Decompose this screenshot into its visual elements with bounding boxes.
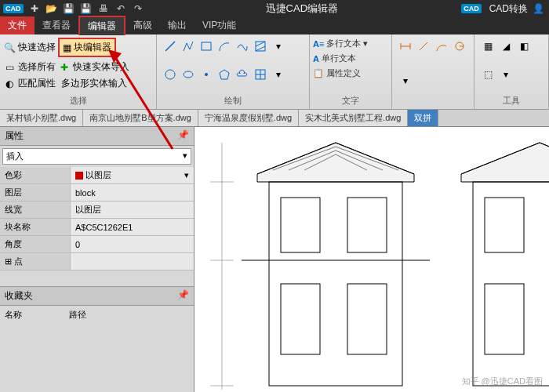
tab-editor[interactable]: 编辑器	[78, 16, 125, 35]
dim2-icon[interactable]	[415, 38, 432, 55]
circle-icon[interactable]	[162, 66, 179, 83]
match-props-button[interactable]: 匹配属性	[18, 77, 56, 90]
group-label-tools: 工具	[478, 94, 545, 107]
attrdef-button[interactable]: 📋属性定义	[313, 66, 388, 81]
doc-tab[interactable]: 实木北美式别墅工程.dwg	[299, 110, 408, 126]
document-tabs: 某村镇小别墅.dwg 南京山地别墅B型方案.dwg 宁海温泉度假别墅.dwg 实…	[0, 110, 549, 127]
spline-icon[interactable]	[234, 38, 251, 55]
multitext-button[interactable]: A≡多行文本▾	[313, 36, 388, 51]
ribbon-group-text: A≡多行文本▾ A单行文本 📋属性定义 文字	[310, 34, 392, 109]
tool3-icon[interactable]: ◧	[515, 38, 533, 55]
tab-output[interactable]: 输出	[160, 16, 195, 34]
select-all-icon: ▭	[3, 61, 16, 74]
table-row: ⊞ 点	[0, 253, 194, 270]
prop-lineweight[interactable]: 以图层	[71, 201, 194, 218]
group-label-text: 文字	[313, 94, 388, 107]
dim-icon[interactable]	[397, 38, 414, 55]
title-bar: CAD ✚ 📂 💾 💾 🖶 ↶ ↷ 迅捷CAD编辑器 CAD CAD转换 👤	[0, 0, 549, 17]
col-path: 路径	[69, 309, 86, 321]
save-icon[interactable]: 💾	[61, 2, 77, 16]
open-icon[interactable]: 📂	[44, 2, 60, 16]
tab-viewer[interactable]: 查看器	[35, 16, 78, 34]
app-logo: CAD	[3, 4, 24, 13]
polygon-input-button[interactable]: 多边形实体输入	[61, 77, 127, 90]
select-all-button[interactable]: 选择所有	[18, 60, 56, 74]
ribbon: 🔍快速选择 ▦块编辑器 ▭选择所有 ✚快速实体导入 ◐匹配属性 多边形实体输入 …	[0, 34, 549, 110]
svg-rect-2	[256, 42, 265, 51]
table-row: 图层block	[0, 184, 194, 201]
svg-rect-1	[202, 42, 211, 50]
drawing-canvas[interactable]: 知乎 @迅捷CAD看图	[195, 127, 549, 392]
color-swatch-icon	[75, 172, 83, 180]
svg-point-5	[165, 70, 175, 79]
line-icon[interactable]	[162, 38, 179, 55]
table-row: 线宽以图层	[0, 201, 194, 219]
undo-icon[interactable]: ↶	[113, 2, 129, 16]
svg-marker-8	[220, 70, 229, 79]
chevron-down-icon[interactable]: ▾	[270, 66, 287, 83]
svg-rect-29	[347, 198, 387, 252]
cloud-icon[interactable]	[234, 66, 251, 83]
svg-rect-39	[485, 284, 524, 354]
svg-marker-18	[257, 143, 414, 182]
ribbon-group-dim: ▾	[392, 34, 474, 109]
doc-tab[interactable]: 双拼	[408, 110, 438, 126]
block-editor-icon: ▦	[63, 42, 71, 53]
tool1-icon[interactable]: ▦	[479, 38, 496, 55]
svg-line-0	[165, 42, 175, 51]
doc-tab[interactable]: 宁海温泉度假别墅.dwg	[198, 110, 299, 126]
arc-icon[interactable]	[216, 38, 233, 55]
convert-button[interactable]: CAD转换	[489, 2, 528, 16]
block-editor-button[interactable]: ▦块编辑器	[58, 38, 116, 57]
dim3-icon[interactable]	[433, 38, 450, 55]
menu-bar: 文件 查看器 编辑器 高级 输出 VIP功能	[0, 17, 549, 34]
hatch-icon[interactable]	[252, 38, 269, 55]
drawing-content	[195, 127, 549, 392]
svg-point-7	[205, 73, 208, 76]
doc-tab[interactable]: 南京山地别墅B型方案.dwg	[83, 110, 198, 126]
chevron-down-icon[interactable]: ▾	[270, 38, 287, 55]
quick-import-button[interactable]: 快速实体导入	[73, 60, 129, 74]
prop-angle[interactable]: 0	[71, 236, 194, 252]
saveas-icon[interactable]: 💾	[78, 2, 94, 16]
tool5-icon[interactable]: ▾	[497, 66, 514, 83]
table-row: 块名称A$C5C1262E1	[0, 219, 194, 236]
insert-dropdown[interactable]: 插入▾	[2, 148, 191, 165]
user-icon[interactable]: 👤	[533, 3, 544, 14]
svg-rect-28	[281, 198, 320, 252]
tool4-icon[interactable]: ⬚	[479, 66, 496, 83]
doc-tab[interactable]: 某村镇小别墅.dwg	[0, 110, 83, 126]
tab-file[interactable]: 文件	[0, 16, 35, 34]
properties-panel: 属性📌 插入▾ 色彩以图层▾ 图层block 线宽以图层 块名称A$C5C126…	[0, 127, 195, 392]
table-row: 角度0	[0, 236, 194, 253]
print-icon[interactable]: 🖶	[96, 2, 111, 16]
prop-layer[interactable]: block	[71, 184, 194, 201]
ribbon-group-draw: ▾ ▾ 绘制	[157, 34, 310, 109]
table-icon[interactable]	[252, 66, 269, 83]
pin-icon[interactable]: 📌	[177, 289, 189, 303]
quick-select-icon: 🔍	[3, 42, 16, 54]
tab-advanced[interactable]: 高级	[125, 16, 160, 34]
quick-select-button[interactable]: 快速选择	[18, 41, 56, 54]
property-table: 色彩以图层▾ 图层block 线宽以图层 块名称A$C5C1262E1 角度0 …	[0, 167, 194, 270]
polyline-icon[interactable]	[180, 38, 197, 55]
import-icon: ✚	[58, 61, 71, 74]
new-icon[interactable]: ✚	[27, 2, 42, 16]
dim5-icon[interactable]: ▾	[397, 72, 414, 89]
ellipse-icon[interactable]	[180, 66, 197, 83]
favorites-header: 收藏夹📌	[0, 286, 194, 306]
svg-rect-31	[347, 284, 387, 354]
pin-icon[interactable]: 📌	[177, 129, 189, 143]
prop-color[interactable]: 以图层▾	[71, 167, 194, 183]
tool2-icon[interactable]: ◢	[497, 38, 514, 55]
tab-vip[interactable]: VIP功能	[195, 16, 244, 34]
svg-rect-30	[281, 284, 320, 354]
prop-blockname[interactable]: A$C5C1262E1	[71, 219, 194, 235]
rect-icon[interactable]	[198, 38, 215, 55]
point-icon[interactable]	[198, 66, 215, 83]
singletext-button[interactable]: A单行文本	[313, 51, 388, 66]
redo-icon[interactable]: ↷	[130, 2, 146, 16]
match-icon: ◐	[3, 78, 16, 90]
dim4-icon[interactable]	[451, 38, 468, 55]
polygon-icon[interactable]	[216, 66, 233, 83]
